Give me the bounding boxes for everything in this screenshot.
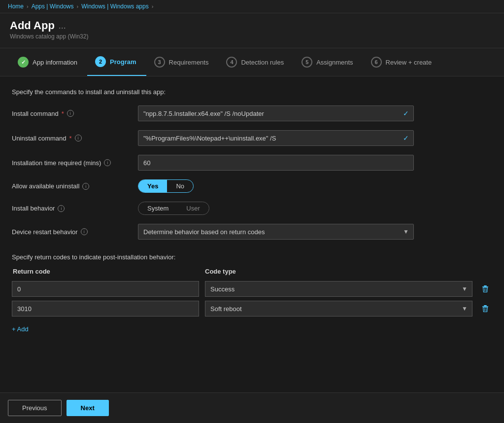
install-required-star: * xyxy=(62,110,64,117)
svg-rect-4 xyxy=(484,305,487,306)
breadcrumb-sep-1: › xyxy=(27,3,29,9)
install-behavior-row: Install behavior i System User xyxy=(12,202,492,215)
return-code-input-1[interactable] xyxy=(12,301,199,317)
main-content: Specify the commands to install and unin… xyxy=(0,76,504,345)
breadcrumb-sep-3: › xyxy=(152,3,154,9)
install-behavior-user-button[interactable]: User xyxy=(177,202,208,214)
uninstall-command-check-icon: ✓ xyxy=(403,134,409,142)
page-header: Add App ... Windows catalog app (Win32) xyxy=(0,13,504,48)
installation-time-input[interactable] xyxy=(138,155,414,171)
install-command-wrapper: ✓ xyxy=(138,106,414,121)
step-5-label: Assignments xyxy=(316,59,353,66)
step-requirements[interactable]: 3 Requirements xyxy=(146,49,219,75)
uninstall-command-input[interactable] xyxy=(138,130,414,146)
step-app-information[interactable]: App information xyxy=(10,49,87,75)
step-2-circle: 2 xyxy=(95,56,106,67)
return-codes-header: Return code Code type xyxy=(12,268,492,277)
install-behavior-toggle[interactable]: System User xyxy=(138,202,209,215)
svg-rect-0 xyxy=(484,285,487,286)
svg-rect-1 xyxy=(482,286,488,287)
step-1-circle xyxy=(18,57,29,68)
install-behavior-label: Install behavior i xyxy=(12,205,130,212)
step-6-circle: 6 xyxy=(371,57,382,68)
page-subtitle: Windows catalog app (Win32) xyxy=(10,33,494,40)
page-title: Add App xyxy=(10,19,55,32)
step-assignments[interactable]: 5 Assignments xyxy=(294,49,363,75)
step-2-label: Program xyxy=(110,58,136,66)
breadcrumb: Home › Apps | Windows › Windows | Window… xyxy=(0,0,504,13)
return-code-row-1: Success Soft reboot Hard reboot Retry Fa… xyxy=(12,301,492,317)
add-return-code-link[interactable]: + Add xyxy=(12,325,29,333)
uninstall-required-star: * xyxy=(69,135,72,142)
install-behavior-info-icon[interactable]: i xyxy=(58,205,65,212)
next-button[interactable]: Next xyxy=(67,400,109,416)
device-restart-select[interactable]: Determine behavior based on return codes… xyxy=(138,224,414,240)
return-codes-section: Specify return codes to indicate post-in… xyxy=(12,253,492,333)
footer: Previous Next xyxy=(0,392,504,423)
allow-uninstall-info-icon[interactable]: i xyxy=(82,183,89,190)
return-code-input-0[interactable] xyxy=(12,281,199,297)
return-codes-title: Specify return codes to indicate post-in… xyxy=(12,253,492,261)
trash-icon-1 xyxy=(481,305,489,313)
step-4-label: Detection rules xyxy=(241,59,284,66)
step-6-label: Review + create xyxy=(386,59,432,66)
step-program[interactable]: 2 Program xyxy=(87,48,146,76)
page-options-button[interactable]: ... xyxy=(59,21,66,31)
allow-uninstall-no-button[interactable]: No xyxy=(167,180,193,192)
install-command-check-icon: ✓ xyxy=(403,109,409,117)
uninstall-command-row: Uninstall command * i ✓ xyxy=(12,130,492,146)
uninstall-command-wrapper: ✓ xyxy=(138,130,414,146)
install-command-input[interactable] xyxy=(138,106,414,121)
uninstall-command-info-icon[interactable]: i xyxy=(75,135,82,141)
code-type-wrapper-0: Success Soft reboot Hard reboot Retry Fa… xyxy=(205,281,472,297)
step-5-circle: 5 xyxy=(302,57,312,68)
col-code-type-header: Code type xyxy=(205,268,492,275)
delete-row-1-button[interactable] xyxy=(478,302,492,316)
install-command-info-icon[interactable]: i xyxy=(67,110,74,117)
code-type-select-1[interactable]: Success Soft reboot Hard reboot Retry Fa… xyxy=(205,301,472,317)
breadcrumb-sep-2: › xyxy=(77,3,79,9)
installation-time-label: Installation time required (mins) i xyxy=(12,159,130,167)
previous-button[interactable]: Previous xyxy=(8,400,62,416)
allow-uninstall-toggle[interactable]: Yes No xyxy=(138,179,194,193)
step-review-create[interactable]: 6 Review + create xyxy=(363,49,442,75)
delete-row-0-button[interactable] xyxy=(478,282,492,296)
trash-icon xyxy=(481,285,489,293)
code-type-select-0[interactable]: Success Soft reboot Hard reboot Retry Fa… xyxy=(205,281,472,297)
step-1-label: App information xyxy=(33,59,77,66)
step-3-label: Requirements xyxy=(169,59,209,66)
breadcrumb-apps-windows[interactable]: Apps | Windows xyxy=(32,3,74,10)
step-3-circle: 3 xyxy=(154,57,165,68)
wizard-steps: App information 2 Program 3 Requirements… xyxy=(0,48,504,76)
device-restart-row: Device restart behavior i Determine beha… xyxy=(12,224,492,240)
device-restart-label: Device restart behavior i xyxy=(12,228,130,236)
device-restart-wrapper: Determine behavior based on return codes… xyxy=(138,224,414,240)
uninstall-command-label: Uninstall command * i xyxy=(12,135,130,142)
col-return-code-header: Return code xyxy=(12,268,199,275)
allow-uninstall-yes-button[interactable]: Yes xyxy=(138,180,167,192)
allow-uninstall-label: Allow available uninstall i xyxy=(12,182,130,190)
install-behavior-system-button[interactable]: System xyxy=(138,202,177,214)
checkmark-icon xyxy=(21,59,26,66)
section-description: Specify the commands to install and unin… xyxy=(12,88,492,96)
svg-rect-5 xyxy=(482,306,488,307)
code-type-wrapper-1: Success Soft reboot Hard reboot Retry Fa… xyxy=(205,301,472,317)
breadcrumb-windows-apps[interactable]: Windows | Windows apps xyxy=(81,3,149,10)
allow-uninstall-row: Allow available uninstall i Yes No xyxy=(12,179,492,193)
install-command-row: Install command * i ✓ xyxy=(12,106,492,121)
install-command-label: Install command * i xyxy=(12,110,130,117)
return-code-row-0: Success Soft reboot Hard reboot Retry Fa… xyxy=(12,281,492,297)
step-4-circle: 4 xyxy=(226,57,237,68)
installation-time-info-icon[interactable]: i xyxy=(104,159,111,166)
installation-time-row: Installation time required (mins) i xyxy=(12,155,492,171)
step-detection-rules[interactable]: 4 Detection rules xyxy=(218,49,294,75)
breadcrumb-home[interactable]: Home xyxy=(8,3,24,10)
device-restart-info-icon[interactable]: i xyxy=(81,228,88,235)
